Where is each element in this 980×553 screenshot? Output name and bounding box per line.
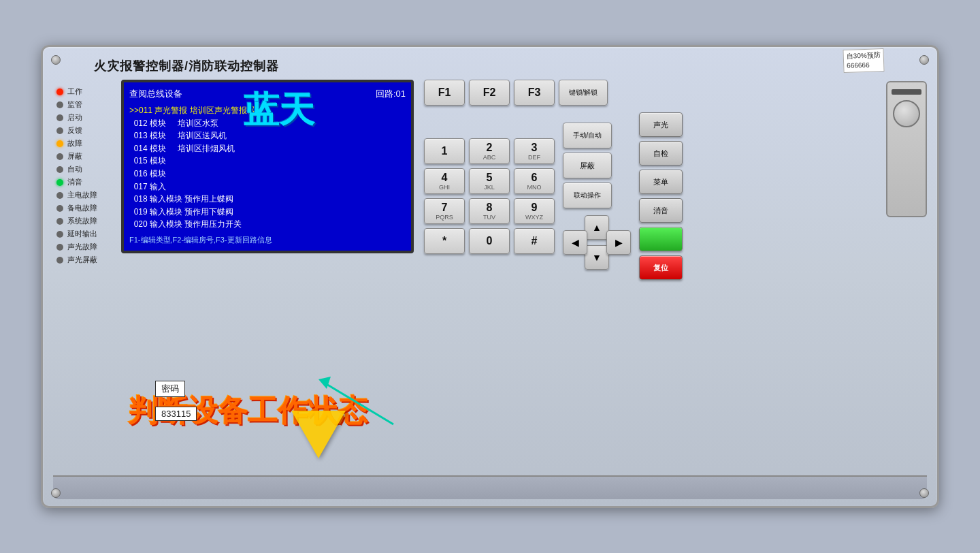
dot-sheng-guang-gz [56,244,63,251]
nav-down-btn[interactable]: ▼ [585,245,609,270]
screen-wrapper: 查阅总线设备 回路:01 >>011 声光警报 培训区声光警报器 012 模块 … [121,80,414,472]
dot-bei-dian [56,205,63,212]
printer-slot [892,89,921,95]
key-star[interactable]: * [424,228,465,254]
screen-row-020: 020 输入模块 预作用压力开关 [129,218,406,231]
label-jian-guan: 监管 [67,99,82,110]
key-f3[interactable]: F3 [514,80,555,106]
screen-header-left: 查阅总线设备 [129,88,182,100]
screen-row-012: 012 模块 培训区水泵 [129,117,406,130]
pwd-value-box: 833115 [155,407,197,421]
pwd-value: 833115 [161,409,191,419]
indicator-qi-dong: 启动 [56,112,114,123]
label-sheng-guang-gz: 声光故障 [67,242,97,252]
nav-right-btn[interactable]: ▶ [606,230,631,255]
key-1[interactable]: 1 [424,138,465,164]
indicator-yan-shi: 延时输出 [56,229,114,239]
indicator-zi-dong: 自动 [56,164,114,174]
nav-up-btn[interactable]: ▲ [585,215,609,240]
label-gu-zhang: 故障 [67,138,82,148]
btn-reset[interactable]: 复位 [639,255,683,280]
pwd-label-box: 密码 [155,381,185,397]
key-0[interactable]: 0 [469,228,510,254]
key-8[interactable]: 8 TUV [469,198,510,224]
teal-arrow-svg [312,370,421,452]
indicator-gu-zhang: 故障 [56,138,114,148]
btn-mute[interactable]: 消音 [639,198,683,223]
screen-header: 查阅总线设备 回路:01 [129,88,406,100]
btn-green-confirm[interactable] [639,227,683,251]
nav-left-btn[interactable]: ◀ [563,230,587,255]
screen-row-017: 017 输入 [129,180,406,193]
screw-tr [919,55,929,65]
label-xi-tong: 系统故障 [67,216,97,226]
dot-jian-guan [56,101,63,108]
key-hash[interactable]: # [514,228,555,254]
indicator-fan-kui: 反馈 [56,125,114,136]
screen-header-right: 回路:01 [376,88,406,100]
key-lock[interactable]: 键锁/解锁 [559,80,608,106]
pwd-label: 密码 [161,383,179,394]
key-manual-auto[interactable]: 手动/自动 [563,123,612,148]
keypad-top-row: F1 F2 F3 键锁/解锁 [424,80,924,106]
key-6[interactable]: 6 MNO [514,168,555,194]
label-zhu-dian: 主电故障 [67,190,97,200]
label-bei-dian: 备电故障 [67,203,97,213]
key-linkage-op[interactable]: 联动操作 [563,183,612,208]
screen-row-013: 013 模块 培训区送风机 [129,129,406,142]
dot-gu-zhang [56,140,63,147]
label-ping-bi: 屏蔽 [67,151,82,161]
dot-gong-zuo [56,89,63,95]
screw-br [919,488,929,498]
label-fan-kui: 反馈 [67,125,82,136]
btn-menu[interactable]: 菜单 [639,170,683,194]
screen-row-018: 018 输入模块 预作用上蝶阀 [129,193,406,206]
screen-row-015: 015 模块 [129,155,406,168]
nav-diamond: ▲ ▼ ◀ ▶ [563,215,631,270]
dot-zi-dong [56,166,63,173]
btn-sound-light[interactable]: 声光 [639,112,683,137]
indicator-bei-dian: 备电故障 [56,203,114,213]
sticker-line2: 666666 [847,60,881,71]
num-grid: 1 2 ABC 3 DEF 4 GHI 5 [424,138,555,254]
key-f2[interactable]: F2 [469,80,510,106]
screen: 查阅总线设备 回路:01 >>011 声光警报 培训区声光警报器 012 模块 … [121,80,414,253]
sticker-line1: 自30%预防 [847,50,881,61]
main-panel: 火灾报警控制器/消防联动控制器 工作 监管 启动 反馈 故障 [41,45,939,508]
indicator-ping-bi: 屏蔽 [56,151,114,161]
screw-bl [51,488,61,498]
printer-button[interactable] [893,100,920,127]
key-2[interactable]: 2 ABC [469,138,510,164]
keypad-area: F1 F2 F3 键锁/解锁 1 2 ABC 3 [421,80,927,472]
dot-qi-dong [56,114,63,121]
screen-footer: F1-编辑类型,F2-编辑房号,F3-更新回路信息 [129,235,406,245]
dot-ping-bi [56,153,63,160]
key-9[interactable]: 9 WXYZ [514,198,555,224]
sticker-box: 自30%预防 666666 [843,48,884,73]
btn-self-check[interactable]: 自检 [639,141,683,165]
screen-row-014: 014 模块 培训区排烟风机 [129,142,406,155]
dot-xi-tong [56,218,63,225]
dot-fan-kui [56,127,63,134]
key-f1[interactable]: F1 [424,80,465,106]
label-gong-zuo: 工作 [67,86,82,97]
indicator-sheng-guang-pb: 声光屏蔽 [56,255,114,265]
key-3[interactable]: 3 DEF [514,138,555,164]
panel-body: 工作 监管 启动 反馈 故障 屏蔽 [53,80,927,472]
panel-title: 火灾报警控制器/消防联动控制器 [53,54,927,80]
key-4[interactable]: 4 GHI [424,168,465,194]
indicator-gong-zuo: 工作 [56,86,114,97]
label-xiao-yin: 消音 [67,177,82,187]
label-zi-dong: 自动 [67,164,82,174]
key-7[interactable]: 7 PQRS [424,198,465,224]
screen-row-011: >>011 声光警报 培训区声光警报器 [129,104,406,117]
key-5[interactable]: 5 JKL [469,168,510,194]
key-shield[interactable]: 屏蔽 [563,153,612,178]
svg-marker-1 [318,377,331,389]
keypad-second-row: 1 2 ABC 3 DEF 4 GHI 5 [424,112,924,280]
indicator-column: 工作 监管 启动 反馈 故障 屏蔽 [53,80,114,472]
printer-area [886,81,927,217]
svg-line-0 [325,383,393,424]
label-qi-dong: 启动 [67,112,82,123]
dot-zhu-dian [56,192,63,199]
